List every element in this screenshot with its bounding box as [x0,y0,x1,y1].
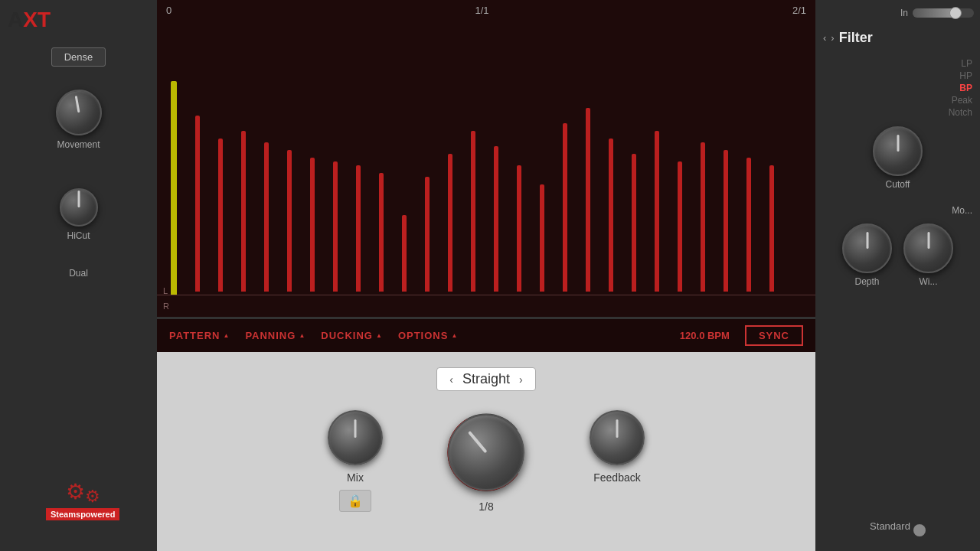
pattern-bar-14 [494,146,498,292]
controls-bar: PATTERN ▲ PANNING ▲ DUCKING ▲ OPTIONS ▲ … [157,318,815,352]
cutoff-knob-group: Cutoff [873,126,923,190]
standard-icon [913,524,926,536]
gear-icon-2: ⚙ [85,487,100,507]
knobs-section: ‹ Straight › Mix 🔒 [157,352,815,551]
in-slider-thumb[interactable] [949,7,962,19]
watermark: ⚙ ⚙ Steamspowered [46,479,119,520]
main-knob[interactable] [448,414,524,491]
knobs-row: Mix 🔒 [180,410,792,513]
straight-label: Straight [462,371,510,387]
lock-button[interactable]: 🔒 [339,490,371,512]
depth-knob-group: Depth [842,223,892,287]
marker-2: 2/1 [792,5,806,16]
pattern-bar-18 [586,108,590,292]
mix-label: Mix [347,471,364,484]
bpm-display: 120.0 BPM [680,330,730,341]
panning-button[interactable]: PANNING ▲ [245,330,305,341]
filter-hp[interactable]: HP [959,70,972,81]
pattern-bar-8 [356,165,361,292]
options-triangle: ▲ [451,332,458,339]
depth-knob[interactable] [842,223,892,273]
filter-nav-right[interactable]: › [831,32,834,44]
movement-knob[interactable] [52,86,106,139]
app-title: A XT [0,8,51,32]
filter-types: LP HP BP Peak Notch [949,57,980,119]
filter-title: Filter [839,30,873,46]
in-bar: In [900,8,980,18]
in-slider[interactable] [913,8,974,18]
pattern-bar-26 [769,165,774,292]
pattern-bar-3 [241,131,246,292]
depth-width-row: Depth Wi... [842,223,953,302]
hicut-label: HiCut [67,230,90,241]
app-title-a: A [8,8,23,32]
cutoff-knob[interactable] [873,126,923,176]
pattern-bar-22 [678,161,682,292]
gear-icon-1: ⚙ [66,479,85,507]
pattern-header: 0 1/1 2/1 [157,0,815,21]
options-button[interactable]: OPTIONS ▲ [398,330,458,341]
pattern-bar-16 [540,184,544,292]
in-label: In [900,8,908,18]
pattern-grid[interactable]: L R [157,21,815,315]
center-area: 0 1/1 2/1 [157,0,815,551]
pattern-button[interactable]: PATTERN ▲ [169,330,230,341]
filter-peak[interactable]: Peak [952,95,972,106]
pattern-bar-24 [724,150,728,292]
panning-triangle: ▲ [299,332,305,339]
dual-section: Dual [69,264,88,279]
filter-notch[interactable]: Notch [949,107,972,118]
width-knob-group: Wi... [903,223,953,287]
pattern-bar-7 [333,161,338,292]
mo-label: Mo... [952,205,980,216]
pattern-bar-23 [701,142,705,292]
straight-arrow-right[interactable]: › [519,373,523,386]
pattern-bar-15 [517,165,521,292]
filter-header: ‹ › Filter [815,30,873,46]
pattern-bar-11 [425,177,430,292]
left-sidebar: A XT Dense Movement HiCut Dual ⚙ ⚙ Steam… [0,0,157,551]
hicut-knob[interactable] [60,188,98,227]
filter-bp[interactable]: BP [959,83,972,93]
ruler-r-label: R [163,302,169,311]
pattern-bar-6 [310,158,315,292]
filter-nav-left[interactable]: ‹ [823,32,826,44]
pattern-bar-17 [563,123,567,292]
ruler-line [157,295,815,295]
pattern-bar-4 [264,142,269,292]
pattern-bar-1 [195,116,200,292]
ducking-button[interactable]: DUCKING ▲ [321,330,383,341]
movement-knob-group: Movement [56,90,102,150]
feedback-label: Feedback [593,471,640,484]
marker-0: 0 [166,5,172,16]
filter-lp[interactable]: LP [961,58,972,69]
mix-knob-group: Mix 🔒 [328,410,383,512]
position-bar [171,81,177,295]
mix-knob[interactable] [328,410,383,465]
pattern-bar-13 [471,131,475,292]
pattern-bar-20 [632,154,636,292]
pattern-bar-9 [379,173,384,292]
standard-label: Standard [870,520,910,532]
sync-button[interactable]: SYNC [745,325,803,346]
marker-1: 1/1 [475,5,489,16]
ducking-triangle: ▲ [376,332,383,339]
pattern-bar-10 [402,215,407,292]
feedback-knob-group: Feedback [590,410,645,484]
pattern-bar-12 [448,154,452,292]
main-knob-group: 1/8 [444,410,528,513]
dual-label: Dual [69,268,88,279]
pattern-bar-25 [746,158,751,292]
width-label: Wi... [920,276,938,287]
dense-button[interactable]: Dense [51,47,106,67]
pattern-bar-5 [287,150,292,292]
straight-arrow-left[interactable]: ‹ [449,373,453,386]
pattern-bar-21 [655,131,659,292]
straight-selector[interactable]: ‹ Straight › [436,367,535,391]
standard-section: Standard [870,520,926,540]
pattern-area[interactable]: 0 1/1 2/1 [157,0,815,318]
main-knob-container[interactable] [444,410,528,494]
right-sidebar: In ‹ › Filter LP HP BP Peak Notch Cutoff… [815,0,980,551]
width-knob[interactable] [903,223,953,273]
feedback-knob[interactable] [590,410,645,465]
